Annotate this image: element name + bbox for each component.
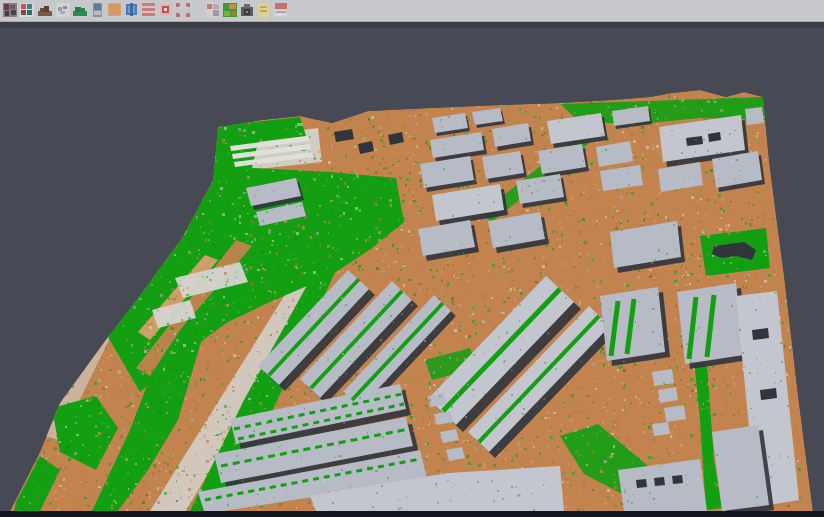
profile-view-icon[interactable]: [90, 2, 106, 18]
vegetation-surface-icon[interactable]: [72, 2, 88, 18]
bottom-band: [0, 511, 824, 517]
hillshade-icon-glyph: [37, 2, 53, 18]
globe-icon-glyph: [124, 2, 140, 18]
report-icon[interactable]: [256, 2, 272, 18]
ortho-surface-icon[interactable]: [107, 2, 123, 18]
texture-view-icon-glyph: [2, 2, 18, 18]
log-icon[interactable]: [273, 2, 289, 18]
camera-icon-glyph: [239, 2, 255, 18]
classification-map-icon-glyph: [222, 2, 238, 18]
gray-points-icon-glyph: [55, 2, 71, 18]
camera-icon[interactable]: [239, 2, 255, 18]
hillshade-icon[interactable]: [37, 2, 53, 18]
texture-view-icon[interactable]: [2, 2, 18, 18]
target-icon-glyph: [158, 2, 174, 18]
gray-points-icon[interactable]: [55, 2, 71, 18]
rgb-points-icon[interactable]: [19, 2, 35, 18]
table-icon-glyph: [141, 2, 157, 18]
rgb-points-icon-glyph: [19, 2, 35, 18]
classification-map-icon[interactable]: [222, 2, 238, 18]
detail-structure: [654, 477, 665, 486]
detail-structure: [636, 479, 647, 488]
detail-structure: [752, 328, 769, 340]
fit-extent-icon[interactable]: [175, 2, 191, 18]
vegetation-surface-icon-glyph: [72, 2, 88, 18]
building-roof: [652, 422, 670, 436]
globe-icon[interactable]: [124, 2, 140, 18]
viewport-3d[interactable]: [0, 28, 824, 517]
grid-icon-glyph: [205, 2, 221, 18]
detail-structure: [672, 475, 683, 484]
log-icon-glyph: [273, 2, 289, 18]
report-icon-glyph: [256, 2, 272, 18]
building-roof: [664, 405, 686, 422]
profile-view-icon-glyph: [90, 2, 106, 18]
toolbar: [0, 0, 824, 22]
point-cloud-scene[interactable]: [0, 28, 824, 517]
fit-extent-icon-glyph: [175, 2, 191, 18]
table-icon[interactable]: [141, 2, 157, 18]
ortho-surface-icon-glyph: [107, 2, 123, 18]
grid-icon[interactable]: [205, 2, 221, 18]
target-icon[interactable]: [158, 2, 174, 18]
detail-structure: [760, 388, 777, 400]
